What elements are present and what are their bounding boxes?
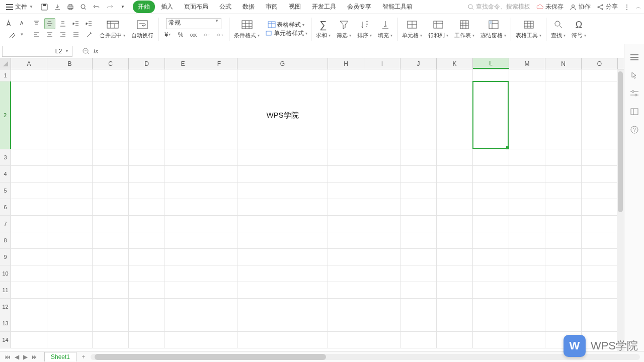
cell[interactable] (93, 216, 129, 232)
cell[interactable] (93, 282, 129, 298)
cell[interactable] (129, 81, 165, 149)
sum-button[interactable]: ∑求和▾ (313, 19, 334, 39)
row-header[interactable]: 7 (0, 216, 11, 232)
tab-layout[interactable]: 页面布局 (179, 1, 213, 13)
cell[interactable] (47, 216, 93, 232)
cell[interactable] (545, 69, 582, 81)
align-middle-icon[interactable] (44, 18, 55, 29)
cell[interactable] (582, 69, 618, 81)
wrap-text-button[interactable]: 自动换行 (128, 19, 156, 39)
cell[interactable] (400, 69, 437, 81)
fill-button[interactable]: 填充▾ (375, 19, 395, 39)
command-search[interactable]: 查找命令、搜索模板 (468, 3, 530, 11)
cell[interactable] (400, 149, 437, 165)
cell[interactable] (437, 315, 473, 331)
merge-center-button[interactable]: 合并居中▾ (97, 19, 128, 39)
find-button[interactable]: 查找▾ (548, 19, 569, 39)
cell[interactable] (437, 249, 473, 265)
font-increase-icon[interactable]: A̍ (3, 18, 14, 29)
freeze-button[interactable]: 冻结窗格▾ (477, 19, 509, 39)
cell[interactable] (201, 282, 237, 298)
cell[interactable] (364, 199, 400, 215)
cell[interactable] (93, 166, 129, 182)
cell[interactable] (364, 282, 400, 298)
cell[interactable] (473, 265, 509, 282)
cell[interactable] (509, 81, 545, 149)
cell[interactable] (201, 199, 237, 215)
cell[interactable] (237, 332, 328, 348)
cell[interactable] (328, 315, 364, 331)
row-header[interactable]: 6 (0, 199, 11, 215)
cell[interactable] (165, 199, 201, 215)
cell[interactable] (93, 315, 129, 331)
cell[interactable] (165, 166, 201, 182)
cell[interactable] (473, 183, 509, 199)
cell[interactable] (328, 149, 364, 165)
decrease-decimal-icon[interactable]: .0→ (214, 29, 225, 40)
cell[interactable] (201, 249, 237, 265)
cell[interactable] (93, 265, 129, 282)
cell[interactable] (11, 199, 47, 215)
cell[interactable] (47, 315, 93, 331)
cell[interactable] (237, 265, 328, 282)
col-header-K[interactable]: K (437, 58, 473, 69)
cell[interactable] (11, 315, 47, 331)
vertical-scrollbar[interactable] (617, 69, 624, 351)
cell[interactable] (237, 282, 328, 298)
cell[interactable] (201, 166, 237, 182)
cell[interactable] (129, 166, 165, 182)
hscroll-thumb[interactable] (95, 354, 326, 360)
cell[interactable] (237, 69, 328, 81)
cell[interactable] (582, 315, 618, 331)
cell[interactable] (165, 299, 201, 315)
cell[interactable] (129, 232, 165, 248)
cell[interactable] (11, 166, 47, 182)
cell[interactable] (47, 332, 93, 348)
cell[interactable] (437, 265, 473, 282)
row-header[interactable]: 2 (0, 81, 11, 149)
cell[interactable] (582, 249, 618, 265)
cell[interactable] (400, 265, 437, 282)
cell[interactable] (47, 81, 93, 149)
cell[interactable] (328, 183, 364, 199)
cell[interactable] (509, 69, 545, 81)
col-header-C[interactable]: C (93, 58, 129, 69)
cell[interactable] (473, 69, 509, 81)
file-menu[interactable]: 文件 ▼ (3, 2, 36, 12)
cell[interactable] (509, 265, 545, 282)
cell[interactable] (473, 216, 509, 232)
cell[interactable] (473, 332, 509, 348)
cell[interactable] (93, 149, 129, 165)
tab-review[interactable]: 审阅 (261, 1, 283, 13)
cell[interactable] (364, 149, 400, 165)
cell[interactable] (473, 249, 509, 265)
cell[interactable] (201, 332, 237, 348)
align-center-icon[interactable] (44, 29, 55, 40)
cell[interactable] (47, 69, 93, 81)
sheet-last-icon[interactable]: ⏭ (30, 353, 39, 360)
cell[interactable] (165, 183, 201, 199)
cell[interactable] (328, 299, 364, 315)
cell[interactable] (201, 299, 237, 315)
cell[interactable] (328, 232, 364, 248)
collapse-ribbon-icon[interactable]: ︿ (636, 4, 641, 11)
cell[interactable] (582, 265, 618, 282)
cell[interactable] (47, 282, 93, 298)
tab-data[interactable]: 数据 (237, 1, 260, 13)
row-header[interactable]: 5 (0, 183, 11, 199)
table-style-button[interactable]: 表格样式 (277, 21, 301, 29)
cell[interactable] (47, 166, 93, 182)
number-format-combo[interactable]: 常规▼ (166, 18, 221, 29)
sheet-prev-icon[interactable]: ◀ (13, 353, 21, 360)
cell[interactable] (328, 265, 364, 282)
side-menu-icon[interactable] (629, 52, 639, 62)
cell[interactable] (509, 299, 545, 315)
more-menu-icon[interactable]: ⋮ (624, 4, 630, 11)
cell[interactable] (165, 81, 201, 149)
cell[interactable] (11, 149, 47, 165)
cell[interactable] (473, 81, 509, 149)
namebox-dropdown-icon[interactable]: ▼ (65, 49, 69, 53)
cell[interactable] (509, 183, 545, 199)
symbol-button[interactable]: Ω符号▾ (569, 19, 589, 39)
col-header-H[interactable]: H (328, 58, 364, 69)
